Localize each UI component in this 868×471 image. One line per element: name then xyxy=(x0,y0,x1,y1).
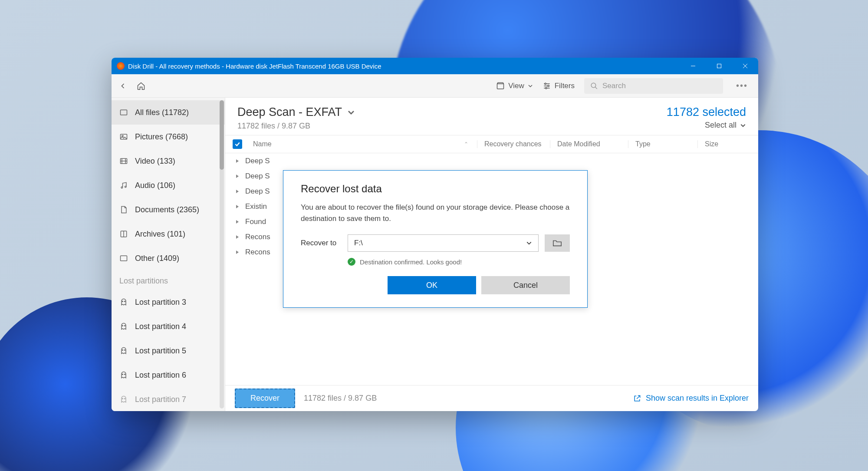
sidebar-label: Lost partition 7 xyxy=(135,395,186,404)
check-badge-icon: ✓ xyxy=(348,258,355,266)
home-button[interactable] xyxy=(137,82,145,90)
minimize-button[interactable] xyxy=(680,58,706,74)
svg-point-8 xyxy=(545,83,546,84)
sidebar-section-lost-partitions: Lost partitions xyxy=(112,270,225,290)
sidebar-label: Video (133) xyxy=(135,157,175,166)
sidebar-item-archives[interactable]: Archives (101) xyxy=(112,222,225,246)
svg-point-20 xyxy=(121,187,122,188)
sidebar-label: Audio (106) xyxy=(135,181,175,190)
sidebar-item-partition-7[interactable]: Lost partition 7 xyxy=(112,387,225,411)
sidebar-label: Pictures (7668) xyxy=(135,132,188,142)
sidebar-label: Lost partition 5 xyxy=(135,346,186,356)
expand-icon xyxy=(235,250,240,255)
recover-button[interactable]: Recover xyxy=(235,389,295,408)
ghost-icon xyxy=(119,371,128,379)
destination-value: F:\ xyxy=(354,239,363,247)
column-type[interactable]: Type xyxy=(628,140,697,148)
sidebar-label: Documents (2365) xyxy=(135,205,199,214)
sidebar-item-other[interactable]: Other (1409) xyxy=(112,246,225,270)
recover-to-label: Recover to xyxy=(301,239,342,247)
svg-point-21 xyxy=(125,186,126,188)
archive-icon xyxy=(119,230,128,238)
ghost-icon xyxy=(119,395,128,404)
column-name[interactable]: Name ⌃ xyxy=(250,140,477,148)
back-button[interactable] xyxy=(118,82,127,90)
document-icon xyxy=(119,205,128,214)
sidebar-item-video[interactable]: Video (133) xyxy=(112,149,225,173)
scrollbar-thumb[interactable] xyxy=(220,100,224,170)
picture-icon xyxy=(119,132,128,141)
selected-count: 11782 selected xyxy=(667,105,746,119)
svg-point-28 xyxy=(125,326,125,326)
select-all-dropdown[interactable]: Select all xyxy=(667,121,746,130)
column-recovery[interactable]: Recovery chances xyxy=(477,140,550,148)
toolbar: View Filters Search ••• xyxy=(112,74,758,98)
browse-button[interactable] xyxy=(545,234,570,252)
cancel-button[interactable]: Cancel xyxy=(481,276,570,294)
audio-icon xyxy=(119,181,128,190)
sidebar-item-partition-6[interactable]: Lost partition 6 xyxy=(112,363,225,387)
folder-icon xyxy=(552,239,562,247)
svg-point-34 xyxy=(125,399,125,399)
svg-point-32 xyxy=(125,374,125,375)
svg-point-10 xyxy=(545,87,546,89)
close-button[interactable] xyxy=(732,58,758,74)
search-placeholder: Search xyxy=(602,82,626,90)
recover-dialog: Recover lost data You are about to recov… xyxy=(283,170,588,308)
destination-select[interactable]: F:\ xyxy=(348,234,539,252)
table-row[interactable]: Deep S xyxy=(225,153,758,168)
footer-info: 11782 files / 9.87 GB xyxy=(304,394,377,403)
titlebar: Disk Drill - All recovery methods - Hard… xyxy=(112,58,758,74)
sidebar-item-partition-4[interactable]: Lost partition 4 xyxy=(112,314,225,339)
ghost-icon xyxy=(119,298,128,306)
table-header: Name ⌃ Recovery chances Date Modified Ty… xyxy=(225,135,758,153)
sort-indicator-icon: ⌃ xyxy=(464,141,477,147)
sidebar-item-all-files[interactable]: All files (11782) xyxy=(112,100,225,125)
search-input[interactable]: Search xyxy=(584,78,723,94)
video-icon xyxy=(119,157,128,165)
filters-button[interactable]: Filters xyxy=(542,82,575,90)
chevron-down-icon xyxy=(740,122,746,128)
column-size[interactable]: Size xyxy=(697,140,758,148)
svg-rect-24 xyxy=(121,256,127,261)
column-date[interactable]: Date Modified xyxy=(550,140,628,148)
svg-line-12 xyxy=(595,87,597,89)
sidebar-item-partition-5[interactable]: Lost partition 5 xyxy=(112,339,225,363)
chevron-down-icon xyxy=(347,109,355,116)
view-dropdown[interactable]: View xyxy=(496,82,533,90)
show-in-explorer-link[interactable]: Show scan results in Explorer xyxy=(633,394,749,403)
sidebar-item-pictures[interactable]: Pictures (7668) xyxy=(112,125,225,149)
svg-point-30 xyxy=(125,350,125,351)
sidebar-item-partition-3[interactable]: Lost partition 3 xyxy=(112,290,225,314)
sidebar-item-audio[interactable]: Audio (106) xyxy=(112,173,225,198)
app-icon xyxy=(117,62,125,70)
dialog-title: Recover lost data xyxy=(301,183,570,195)
expand-icon xyxy=(235,234,240,240)
select-all-checkbox[interactable] xyxy=(233,139,242,149)
footer-link-label: Show scan results in Explorer xyxy=(646,394,749,403)
scan-title: Deep Scan - EXFAT xyxy=(237,105,342,119)
footer: Recover 11782 files / 9.87 GB Show scan … xyxy=(225,385,758,411)
sidebar-label: Archives (101) xyxy=(135,230,185,239)
expand-icon xyxy=(235,189,240,194)
maximize-button[interactable] xyxy=(706,58,732,74)
external-link-icon xyxy=(633,394,641,403)
sidebar-label: Lost partition 4 xyxy=(135,322,186,331)
svg-rect-4 xyxy=(497,84,504,89)
expand-icon xyxy=(235,158,240,164)
svg-point-9 xyxy=(547,85,549,86)
scan-title-dropdown[interactable]: Deep Scan - EXFAT xyxy=(237,105,355,119)
sidebar-label: All files (11782) xyxy=(135,108,189,117)
ok-button[interactable]: OK xyxy=(388,276,476,294)
expand-icon xyxy=(235,204,240,209)
sidebar-label: Lost partition 6 xyxy=(135,371,186,380)
more-button[interactable]: ••• xyxy=(733,81,751,91)
sidebar: All files (11782) Pictures (7668) Video … xyxy=(112,98,225,411)
dialog-text: You are about to recover the file(s) fou… xyxy=(301,202,570,224)
chevron-down-icon xyxy=(526,240,532,246)
search-icon xyxy=(590,82,598,90)
select-all-label: Select all xyxy=(705,121,736,130)
view-label: View xyxy=(508,82,524,90)
svg-point-29 xyxy=(122,350,123,351)
sidebar-item-documents[interactable]: Documents (2365) xyxy=(112,198,225,222)
